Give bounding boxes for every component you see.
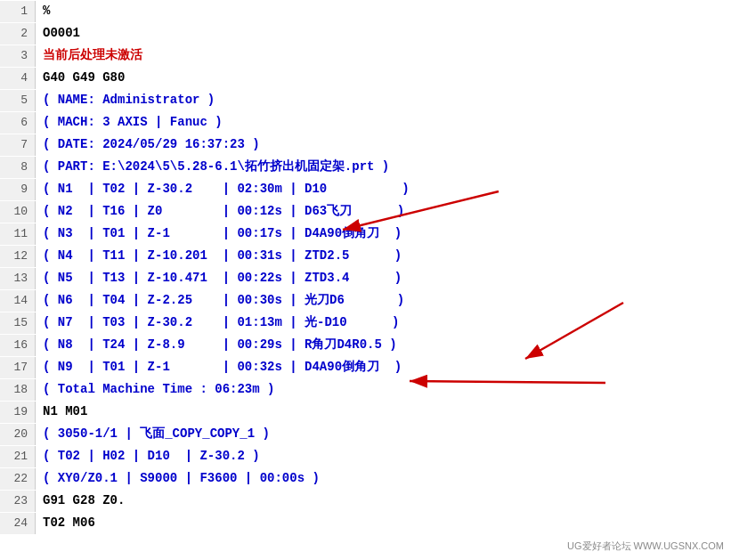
- line-content: ( N4 | T11 | Z-10.201 | 00:31s | ZTD2.5 …: [43, 245, 402, 266]
- table-row: 15( N7 | T03 | Z-30.2 | 01:13m | 光-D10 ): [0, 312, 731, 334]
- table-row: 21( T02 | H02 | D10 | Z-30.2 ): [0, 445, 731, 467]
- line-number: 16: [0, 335, 36, 356]
- line-content: ( PART: E:\2024\5\5.28-6.1\拓竹挤出机固定架.prt …: [43, 156, 389, 177]
- line-content: ( N7 | T03 | Z-30.2 | 01:13m | 光-D10 ): [43, 312, 399, 333]
- line-content: ( NAME: Administrator ): [43, 89, 215, 110]
- table-row: 8( PART: E:\2024\5\5.28-6.1\拓竹挤出机固定架.prt…: [0, 156, 731, 178]
- line-number: 8: [0, 157, 36, 178]
- line-number: 11: [0, 223, 36, 245]
- line-content: ( N2 | T16 | Z0 | 00:12s | D63飞刀 ): [43, 200, 404, 222]
- line-number: 5: [0, 90, 36, 111]
- table-row: 10( N2 | T16 | Z0 | 00:12s | D63飞刀 ): [0, 200, 731, 223]
- line-number: 21: [0, 446, 36, 467]
- table-row: 9( N1 | T02 | Z-30.2 | 02:30m | D10 ): [0, 178, 731, 200]
- table-row: 13( N5 | T13 | Z-10.471 | 00:22s | ZTD3.…: [0, 267, 731, 289]
- line-number: 20: [0, 424, 36, 445]
- table-row: 23G91 G28 Z0.: [0, 490, 731, 512]
- table-row: 20( 3050-1/1 | 飞面_COPY_COPY_1 ): [0, 423, 731, 445]
- table-row: 14( N6 | T04 | Z-2.25 | 00:30s | 光刀D6 ): [0, 289, 731, 312]
- line-content: T02 M06: [43, 512, 95, 533]
- line-number: 18: [0, 379, 36, 401]
- line-number: 15: [0, 312, 36, 334]
- line-content: ( T02 | H02 | D10 | Z-30.2 ): [43, 445, 260, 467]
- line-content: ( MACH: 3 AXIS | Fanuc ): [43, 111, 223, 133]
- table-row: 7( DATE: 2024/05/29 16:37:23 ): [0, 134, 731, 156]
- line-number: 7: [0, 134, 36, 156]
- line-number: 23: [0, 491, 36, 512]
- table-row: 18( Total Machine Time : 06:23m ): [0, 378, 731, 401]
- line-content: ( N5 | T13 | Z-10.471 | 00:22s | ZTD3.4 …: [43, 267, 402, 288]
- line-content: ( XY0/Z0.1 | S9000 | F3600 | 00:00s ): [43, 467, 320, 489]
- line-content: ( 3050-1/1 | 飞面_COPY_COPY_1 ): [43, 423, 270, 444]
- table-row: 6( MACH: 3 AXIS | Fanuc ): [0, 111, 731, 134]
- line-content: 当前后处理未激活: [43, 45, 142, 66]
- line-number: 4: [0, 68, 36, 89]
- line-content: G91 G28 Z0.: [43, 490, 125, 511]
- table-row: 19N1 M01: [0, 401, 731, 423]
- table-row: 11( N3 | T01 | Z-1 | 00:17s | D4A90倒角刀 ): [0, 223, 731, 245]
- line-number: 12: [0, 246, 36, 267]
- line-content: ( N8 | T24 | Z-8.9 | 00:29s | R角刀D4R0.5 …: [43, 334, 397, 355]
- table-row: 17( N9 | T01 | Z-1 | 00:32s | D4A90倒角刀 ): [0, 356, 731, 378]
- table-row: 1%: [0, 0, 731, 22]
- table-row: 3当前后处理未激活: [0, 45, 731, 67]
- table-row: 5( NAME: Administrator ): [0, 89, 731, 111]
- code-editor: 1%2O00013当前后处理未激活4G40 G49 G805( NAME: Ad…: [0, 0, 731, 560]
- line-number: 10: [0, 201, 36, 223]
- line-number: 1: [0, 1, 36, 22]
- line-number: 9: [0, 179, 36, 200]
- table-row: 24T02 M06: [0, 512, 731, 534]
- line-number: 24: [0, 513, 36, 534]
- watermark: UG爱好者论坛 WWW.UGSNX.COM: [567, 540, 724, 553]
- line-content: ( N9 | T01 | Z-1 | 00:32s | D4A90倒角刀 ): [43, 356, 402, 377]
- table-row: 22( XY0/Z0.1 | S9000 | F3600 | 00:00s ): [0, 467, 731, 490]
- line-number: 19: [0, 402, 36, 423]
- line-number: 17: [0, 357, 36, 378]
- line-content: O0001: [43, 22, 80, 44]
- line-number: 6: [0, 112, 36, 134]
- line-number: 2: [0, 23, 36, 45]
- line-number: 3: [0, 45, 36, 67]
- line-content: G40 G49 G80: [43, 67, 125, 88]
- line-content: %: [43, 0, 50, 21]
- table-row: 12( N4 | T11 | Z-10.201 | 00:31s | ZTD2.…: [0, 245, 731, 267]
- table-row: 2O0001: [0, 22, 731, 45]
- line-number: 22: [0, 468, 36, 490]
- line-content: ( N6 | T04 | Z-2.25 | 00:30s | 光刀D6 ): [43, 289, 404, 311]
- table-row: 16( N8 | T24 | Z-8.9 | 00:29s | R角刀D4R0.…: [0, 334, 731, 356]
- line-content: ( Total Machine Time : 06:23m ): [43, 378, 274, 400]
- line-content: ( N3 | T01 | Z-1 | 00:17s | D4A90倒角刀 ): [43, 223, 402, 244]
- line-number: 14: [0, 290, 36, 312]
- table-row: 4G40 G49 G80: [0, 67, 731, 89]
- line-content: N1 M01: [43, 401, 87, 422]
- line-content: ( DATE: 2024/05/29 16:37:23 ): [43, 134, 260, 155]
- line-number: 13: [0, 268, 36, 289]
- line-content: ( N1 | T02 | Z-30.2 | 02:30m | D10 ): [43, 178, 410, 199]
